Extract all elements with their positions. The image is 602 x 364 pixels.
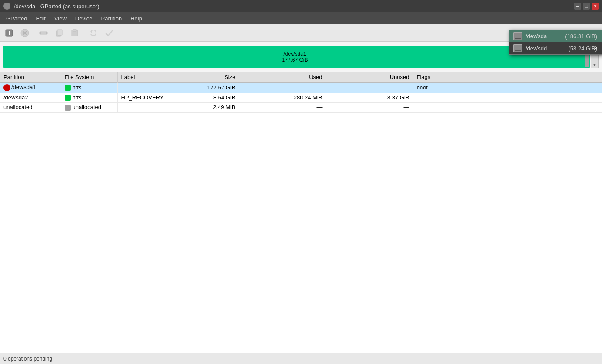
- fs-color-icon: [65, 105, 71, 111]
- error-icon: !: [3, 84, 10, 91]
- table-header-row: Partition File System Label Size Used Un…: [0, 72, 602, 83]
- close-button[interactable]: ✕: [592, 3, 599, 10]
- col-filesystem: File System: [61, 72, 117, 83]
- minimize-button[interactable]: ─: [574, 3, 581, 10]
- cell-partition: unallocated: [0, 103, 61, 113]
- svg-rect-10: [57, 30, 62, 35]
- separator-1: [34, 27, 34, 39]
- disk-visual: /dev/sda1 177.67 GiB ▲ ▼ /dev/sda (186.3…: [0, 42, 602, 72]
- fs-color-icon: [65, 95, 71, 101]
- status-text: 0 operations pending: [3, 356, 52, 362]
- svg-marker-13: [90, 30, 92, 33]
- disk-bar: /dev/sda1 177.67 GiB: [3, 46, 590, 68]
- separator-2: [84, 27, 84, 39]
- device-dropdown: /dev/sda (186.31 GiB) /dev/sdd (58.24 Gi…: [509, 30, 602, 55]
- delete-button[interactable]: [17, 26, 32, 40]
- partition-table: Partition File System Label Size Used Un…: [0, 72, 602, 353]
- device-name-sda: /dev/sda: [526, 33, 562, 40]
- cell-unused: 8.37 GiB: [326, 93, 413, 103]
- visual-partition-name: /dev/sda1: [283, 51, 306, 57]
- new-button[interactable]: [2, 26, 17, 40]
- cell-filesystem: ntfs: [61, 83, 117, 93]
- device-size-sda: (186.31 GiB): [565, 33, 597, 40]
- cell-size: 8.64 GiB: [170, 93, 239, 103]
- menu-device[interactable]: Device: [71, 13, 97, 23]
- menu-edit[interactable]: Edit: [31, 13, 50, 23]
- maximize-button[interactable]: □: [583, 3, 590, 10]
- statusbar: 0 operations pending: [0, 353, 602, 364]
- window-controls: ─ □ ✕: [574, 3, 599, 10]
- disk-icon-sdd: [513, 44, 522, 52]
- cell-unused: —: [326, 103, 413, 113]
- cell-label: HP_RECOVERY: [117, 93, 170, 103]
- cell-filesystem: unallocated: [61, 103, 117, 113]
- device-name-sdd: /dev/sdd: [526, 45, 565, 52]
- col-size: Size: [170, 72, 239, 83]
- titlebar: /dev/sda - GParted (as superuser) ─ □ ✕: [0, 0, 602, 12]
- cell-filesystem: ntfs: [61, 93, 117, 103]
- cell-label: [117, 103, 170, 113]
- menu-partition[interactable]: Partition: [97, 13, 126, 23]
- table-row[interactable]: /dev/sda2ntfsHP_RECOVERY8.64 GiB280.24 M…: [0, 93, 602, 103]
- undo-button[interactable]: [86, 26, 101, 40]
- cell-size: 2.49 MiB: [170, 103, 239, 113]
- partitions-data-table: Partition File System Label Size Used Un…: [0, 72, 602, 113]
- col-partition: Partition: [0, 72, 61, 83]
- copy-button[interactable]: [52, 26, 67, 40]
- cell-partition: /dev/sda2: [0, 93, 61, 103]
- cursor-indicator: ↙: [593, 45, 598, 52]
- resize-button[interactable]: [36, 26, 51, 40]
- partition-tbody: !/dev/sda1ntfs177.67 GiB——boot/dev/sda2n…: [0, 83, 602, 113]
- table-row[interactable]: !/dev/sda1ntfs177.67 GiB——boot: [0, 83, 602, 93]
- col-used: Used: [239, 72, 326, 83]
- cell-flags: boot: [413, 83, 602, 93]
- col-flags: Flags: [413, 72, 602, 83]
- app-icon: [3, 3, 10, 10]
- menubar: GParted Edit View Device Partition Help: [0, 12, 602, 24]
- cell-size: 177.67 GiB: [170, 83, 239, 93]
- disk-icon-sda: [513, 32, 522, 40]
- menu-help[interactable]: Help: [126, 13, 146, 23]
- table-row[interactable]: unallocatedunallocated2.49 MiB——: [0, 103, 602, 113]
- fs-color-icon: [65, 85, 71, 91]
- cell-used: —: [239, 83, 326, 93]
- menu-view[interactable]: View: [50, 13, 71, 23]
- visual-partition-size: 177.67 GiB: [282, 57, 308, 63]
- cell-partition: !/dev/sda1: [0, 83, 61, 93]
- cell-unused: —: [326, 83, 413, 93]
- col-unused: Unused: [326, 72, 413, 83]
- cell-label: [117, 83, 170, 93]
- apply-button[interactable]: [102, 26, 116, 40]
- device-item-sda[interactable]: /dev/sda (186.31 GiB): [509, 30, 602, 42]
- paste-button[interactable]: [67, 26, 82, 40]
- cell-used: 280.24 MiB: [239, 93, 326, 103]
- svg-rect-12: [73, 29, 76, 31]
- col-label: Label: [117, 72, 170, 83]
- cell-flags: [413, 103, 602, 113]
- window-title: /dev/sda - GParted (as superuser): [14, 3, 100, 10]
- cell-flags: [413, 93, 602, 103]
- titlebar-left: /dev/sda - GParted (as superuser): [3, 3, 100, 10]
- cell-used: —: [239, 103, 326, 113]
- device-item-sdd[interactable]: /dev/sdd (58.24 GiB) ↙: [509, 42, 602, 54]
- partition-sda1-visual[interactable]: /dev/sda1 177.67 GiB: [4, 46, 585, 67]
- menu-gparted[interactable]: GParted: [2, 13, 31, 23]
